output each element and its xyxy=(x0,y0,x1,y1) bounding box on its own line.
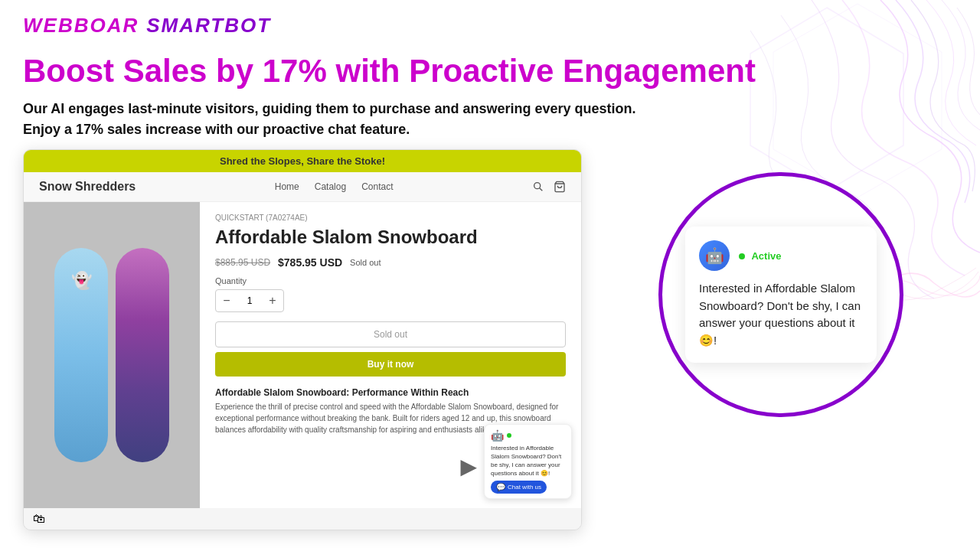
chat-circle: 🤖 Active Interested in Affordable Slalom… xyxy=(658,172,903,417)
nav-home[interactable]: Home xyxy=(275,181,299,192)
store-footer: 🛍 xyxy=(24,508,581,530)
active-green-dot xyxy=(739,253,745,259)
hero-title: Boost Sales by 17% with Proactive Engage… xyxy=(23,53,957,90)
price-sale: $785.95 USD xyxy=(278,256,342,269)
product-sku: QUICKSTART (7A0274AE) xyxy=(215,214,566,222)
chat-card: 🤖 Active Interested in Affordable Slalom… xyxy=(685,227,877,363)
snowboard-blue: 👻 xyxy=(54,248,108,462)
chat-bubble-small: 🤖 Interested in Affordable Slalom Snowbo… xyxy=(484,424,572,500)
store-icons xyxy=(532,181,566,193)
store-nav: Home Catalog Contact xyxy=(275,181,394,192)
header: WEBBOAR SMARTBOT xyxy=(0,0,980,45)
browser-mockup: Shred the Slopes, Share the Stoke! Snow … xyxy=(23,149,582,530)
chat-message-small: Interested in Affordable Slalom Snowboar… xyxy=(491,444,565,478)
nav-contact[interactable]: Contact xyxy=(361,181,393,192)
quantity-decrease[interactable]: − xyxy=(216,290,237,311)
logo-smartbot: SMARTBOT xyxy=(146,14,271,37)
logo-webboar: WEBBOAR xyxy=(23,14,139,37)
search-icon[interactable] xyxy=(532,181,544,193)
active-label: Active xyxy=(751,250,781,262)
store-header: Snow Shredders Home Catalog Contact xyxy=(24,172,581,202)
product-area-wrapper: 👻 QUICKSTART (7A0274AE) Affordable Slalo… xyxy=(24,202,581,508)
product-desc-title: Affordable Slalom Snowboard: Performance… xyxy=(215,387,566,398)
svg-point-2 xyxy=(534,183,541,189)
quantity-control: − 1 + xyxy=(215,289,284,312)
bot-avatar: 🤖 xyxy=(699,240,730,271)
chat-message-circle: Interested in Affordable Slalom Snowboar… xyxy=(699,280,863,349)
product-name: Affordable Slalom Snowboard xyxy=(215,227,566,249)
quantity-value: 1 xyxy=(237,295,262,306)
arrow-pointer: ◀ xyxy=(460,454,477,479)
product-pricing: $885.95 USD $785.95 USD Sold out xyxy=(215,256,566,269)
snowboard-1-wrap: 👻 xyxy=(54,248,108,462)
chat-header-small: 🤖 xyxy=(491,429,565,442)
right-section: 🤖 Active Interested in Affordable Slalom… xyxy=(605,149,957,417)
shopify-icon: 🛍 xyxy=(33,512,45,526)
active-dot-small xyxy=(507,433,511,438)
chat-with-us-button[interactable]: 💬 Chat with us xyxy=(491,481,547,494)
quantity-label: Quantity xyxy=(215,276,566,285)
price-original: $885.95 USD xyxy=(215,257,270,268)
store-banner: Shred the Slopes, Share the Stoke! xyxy=(24,150,581,172)
buy-now-button[interactable]: Buy it now xyxy=(215,352,566,377)
hero-section: Boost Sales by 17% with Proactive Engage… xyxy=(0,45,980,149)
store-logo: Snow Shredders xyxy=(39,180,136,194)
product-images: 👻 xyxy=(24,202,200,508)
chat-cta-label: Chat with us xyxy=(508,484,541,491)
snowboard-purple xyxy=(116,248,169,462)
nav-catalog[interactable]: Catalog xyxy=(315,181,346,192)
svg-line-3 xyxy=(540,188,543,191)
cart-icon[interactable] xyxy=(554,181,566,193)
quantity-increase[interactable]: + xyxy=(262,290,283,311)
active-status: Active xyxy=(739,249,781,262)
sold-out-badge: Sold out xyxy=(350,258,381,267)
main-content: Shred the Slopes, Share the Stoke! Snow … xyxy=(0,149,980,530)
sold-out-button[interactable]: Sold out xyxy=(215,321,566,347)
chat-card-header: 🤖 Active xyxy=(699,240,863,271)
snowboard-ghost-icon: 👻 xyxy=(71,271,92,291)
hero-subtitle: Our AI engages last-minute visitors, gui… xyxy=(23,99,651,140)
